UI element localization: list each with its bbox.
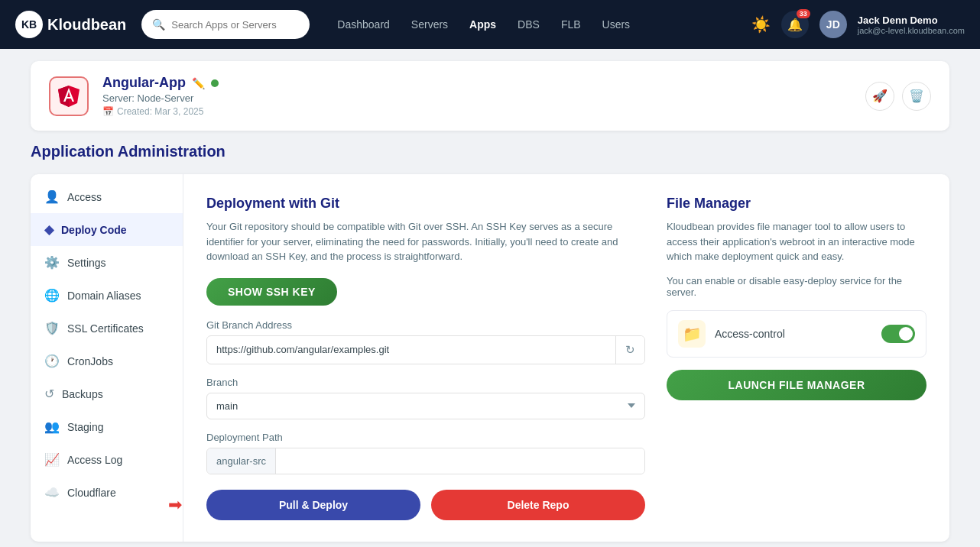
nav-dashboard[interactable]: Dashboard	[337, 18, 390, 31]
git-branch-input-wrapper: ↻	[206, 335, 645, 364]
deployment-path-input[interactable]	[276, 448, 644, 474]
app-server: Server: Node-Server	[102, 92, 852, 104]
sidebar-item-cloudflare[interactable]: ☁️ Cloudflare	[31, 476, 183, 509]
deployment-path-group: Deployment Path angular-src	[206, 432, 645, 474]
staging-icon: 👥	[44, 419, 60, 434]
sidebar-label-cronjobs: CronJobs	[67, 355, 113, 367]
backups-icon: ↺	[44, 387, 54, 401]
sidebar-item-backups[interactable]: ↺ Backups	[31, 377, 183, 410]
nav-flb[interactable]: FLB	[561, 18, 581, 31]
deploy-action-button[interactable]: 🚀	[865, 82, 894, 111]
branch-group: Branch main	[206, 377, 645, 419]
sidebar-label-backups: Backups	[62, 388, 103, 400]
ssl-icon: 🛡️	[44, 321, 60, 335]
access-control-icon: 📁	[678, 320, 706, 348]
show-ssh-key-button[interactable]: SHOW SSH KEY	[206, 278, 337, 306]
domain-icon: 🌐	[44, 288, 60, 303]
file-section: File Manager Kloudbean provides file man…	[667, 196, 926, 520]
refresh-branch-button[interactable]: ↻	[615, 336, 644, 364]
branch-label: Branch	[206, 377, 645, 388]
bell-icon: 🔔	[787, 18, 803, 32]
admin-layout: 👤 Access ◆ Deploy Code ⚙️ Settings 🌐 Dom…	[31, 174, 949, 542]
search-input[interactable]	[171, 19, 299, 31]
calendar-icon: 📅	[102, 106, 114, 117]
edit-app-icon[interactable]: ✏️	[192, 77, 205, 89]
main-content: Application Administration 👤 Access ◆ De…	[0, 143, 980, 547]
arrow-indicator: ➡	[168, 495, 182, 515]
sidebar-label-access: Access	[67, 191, 102, 203]
nav-right: ☀️ 🔔 33 JD Jack Denn Demo jack@c-level.k…	[751, 11, 965, 38]
sidebar-item-ssl-certificates[interactable]: 🛡️ SSL Certificates	[31, 312, 183, 345]
app-name: Angular-App	[102, 75, 186, 91]
sidebar-label-domain-aliases: Domain Aliases	[67, 290, 141, 302]
sidebar-item-settings[interactable]: ⚙️ Settings	[31, 246, 183, 279]
nav-servers[interactable]: Servers	[411, 18, 448, 31]
access-control-row: 📁 Access-control	[667, 310, 926, 358]
sidebar-label-staging: Staging	[67, 421, 103, 433]
user-info: Jack Denn Demo jack@c-level.kloudbean.co…	[858, 15, 965, 35]
cloudflare-icon: ☁️	[44, 485, 60, 500]
logo: KB Kloudbean	[15, 11, 126, 38]
nav-apps[interactable]: Apps	[469, 18, 496, 31]
sidebar-item-domain-aliases[interactable]: 🌐 Domain Aliases	[31, 279, 183, 312]
app-title-row: Angular-App ✏️	[102, 75, 852, 91]
sidebar-item-deploy-code[interactable]: ◆ Deploy Code	[31, 213, 183, 246]
angular-icon	[57, 84, 81, 108]
app-created: 📅 Created: Mar 3, 2025	[102, 106, 852, 117]
user-name: Jack Denn Demo	[858, 15, 965, 26]
git-section: Deployment with Git Your Git repository …	[206, 196, 645, 520]
sidebar-label-settings: Settings	[67, 257, 106, 269]
sidebar-label-cloudflare: Cloudflare	[67, 487, 116, 499]
access-icon: 👤	[44, 189, 60, 204]
cronjobs-icon: 🕐	[44, 354, 60, 368]
deployment-path-prefix: angular-src	[207, 448, 276, 474]
nav-users[interactable]: Users	[602, 18, 631, 31]
sidebar-label-ssl-certificates: SSL Certificates	[67, 322, 144, 335]
topnav: KB Kloudbean 🔍 Dashboard Servers Apps DB…	[0, 0, 980, 49]
app-card: Angular-App ✏️ Server: Node-Server 📅 Cre…	[31, 61, 949, 131]
sidebar-item-access[interactable]: 👤 Access	[31, 180, 183, 213]
file-manager-desc: Kloudbean provides file manager tool to …	[667, 219, 926, 264]
user-email: jack@c-level.kloudbean.com	[858, 26, 965, 35]
theme-toggle-icon[interactable]: ☀️	[751, 15, 771, 34]
nav-dbs[interactable]: DBS	[518, 18, 540, 31]
sidebar-item-cronjobs[interactable]: 🕐 CronJobs	[31, 345, 183, 377]
sidebar-item-staging[interactable]: 👥 Staging	[31, 410, 183, 443]
deploy-code-icon: ◆	[44, 222, 54, 237]
section-title: Application Administration	[31, 143, 949, 160]
access-log-icon: 📈	[44, 452, 60, 467]
logo-icon: KB	[15, 11, 43, 38]
launch-file-manager-button[interactable]: LAUNCH FILE MANAGER	[667, 370, 926, 400]
notification-bell[interactable]: 🔔 33	[781, 11, 809, 38]
easy-deploy-note: You can enable or disable easy-deploy se…	[667, 275, 926, 298]
search-icon: 🔍	[152, 18, 165, 31]
git-panel-desc: Your Git repository should be compatible…	[206, 219, 645, 264]
git-panel-title: Deployment with Git	[206, 196, 645, 212]
nav-links: Dashboard Servers Apps DBS FLB Users	[337, 18, 630, 31]
access-control-toggle[interactable]	[881, 325, 915, 343]
sidebar-label-access-log: Access Log	[67, 454, 122, 466]
access-control-label: Access-control	[715, 328, 872, 340]
sidebar-item-access-log[interactable]: 📈 Access Log	[31, 443, 183, 476]
branch-select[interactable]: main	[206, 393, 645, 419]
delete-repo-button[interactable]: Delete Repo	[431, 490, 645, 520]
app-logo	[49, 76, 89, 116]
search-bar[interactable]: 🔍	[141, 10, 310, 39]
file-manager-title: File Manager	[667, 196, 926, 212]
action-row: ➡ Pull & Deploy Delete Repo	[206, 490, 645, 520]
logo-text: Kloudbean	[47, 16, 126, 34]
git-branch-group: Git Branch Address ↻	[206, 319, 645, 364]
git-branch-label: Git Branch Address	[206, 319, 645, 331]
card-actions: 🚀 🗑️	[865, 82, 931, 111]
deployment-path-label: Deployment Path	[206, 432, 645, 443]
settings-icon: ⚙️	[44, 255, 60, 270]
panel-split: Deployment with Git Your Git repository …	[206, 196, 926, 520]
git-branch-input[interactable]	[207, 337, 615, 362]
deployment-path-wrapper: angular-src	[206, 448, 645, 474]
app-info: Angular-App ✏️ Server: Node-Server 📅 Cre…	[102, 75, 852, 117]
pull-deploy-button[interactable]: Pull & Deploy	[206, 490, 420, 520]
sidebar-label-deploy-code: Deploy Code	[61, 224, 127, 236]
online-status-dot	[211, 79, 219, 87]
delete-action-button[interactable]: 🗑️	[902, 82, 931, 111]
user-avatar: JD	[819, 11, 847, 38]
